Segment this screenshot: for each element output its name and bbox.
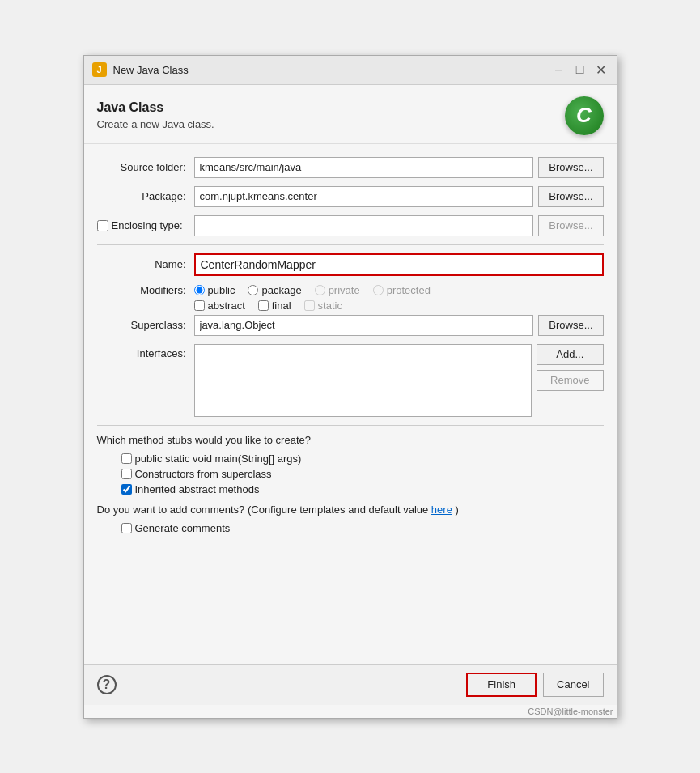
close-button[interactable]: ✕ xyxy=(594,62,609,77)
abstract-label[interactable]: abstract xyxy=(194,299,245,312)
divider-2 xyxy=(97,425,604,426)
header-text: Java Class Create a new Java class. xyxy=(97,100,214,130)
generate-comments-label[interactable]: Generate comments xyxy=(121,522,604,534)
generate-comments-text: Generate comments xyxy=(135,522,231,534)
main-method-label[interactable]: public static void main(String[] args) xyxy=(121,452,604,465)
enclosing-type-checkbox[interactable] xyxy=(97,220,108,231)
eclipse-logo: C xyxy=(565,96,604,135)
inherited-methods-text: Inherited abstract methods xyxy=(135,483,260,495)
interfaces-label: Interfaces: xyxy=(97,344,194,359)
source-folder-input[interactable] xyxy=(194,157,534,178)
dialog-footer: ? Finish Cancel xyxy=(84,664,617,705)
radio-package[interactable] xyxy=(248,285,258,295)
comments-here-link[interactable]: here xyxy=(431,503,452,516)
radio-public[interactable] xyxy=(194,285,205,295)
modifiers-container: public package private protected xyxy=(194,284,431,312)
static-checkbox[interactable] xyxy=(304,300,315,311)
superclass-row: Superclass: Browse... xyxy=(97,315,604,336)
enclosing-type-checkbox-label[interactable]: Enclosing type: xyxy=(97,219,186,231)
modifier-checkbox-group: abstract final static xyxy=(194,299,431,312)
generate-comments-checkbox[interactable] xyxy=(121,523,132,533)
inherited-methods-label[interactable]: Inherited abstract methods xyxy=(121,483,604,495)
name-input-wrapper xyxy=(194,253,604,276)
superclass-input[interactable] xyxy=(194,315,534,336)
visibility-radio-group: public package private protected xyxy=(194,284,431,296)
name-row: Name: xyxy=(97,253,604,276)
header-title: Java Class xyxy=(97,100,214,115)
package-browse-button[interactable]: Browse... xyxy=(538,186,603,207)
interfaces-textarea[interactable] xyxy=(194,344,532,417)
static-label[interactable]: static xyxy=(304,299,342,312)
radio-package-label[interactable]: package xyxy=(248,284,301,296)
superclass-browse-button[interactable]: Browse... xyxy=(538,315,603,336)
enclosing-type-label: Enclosing type: xyxy=(97,219,194,231)
constructors-text: Constructors from superclass xyxy=(135,468,272,480)
package-input[interactable] xyxy=(194,186,534,207)
radio-protected[interactable] xyxy=(373,285,384,295)
abstract-checkbox[interactable] xyxy=(194,300,205,311)
dialog-icon: J xyxy=(92,62,107,77)
source-folder-label: Source folder: xyxy=(97,161,194,173)
source-folder-row: Source folder: Browse... xyxy=(97,157,604,178)
method-stubs-checks: public static void main(String[] args) C… xyxy=(121,452,604,495)
cancel-button[interactable]: Cancel xyxy=(543,673,603,697)
dialog-body: Source folder: Browse... Package: Browse… xyxy=(84,144,617,664)
enclosing-type-row: Enclosing type: Browse... xyxy=(97,215,604,236)
constructors-checkbox[interactable] xyxy=(121,469,132,479)
finish-button[interactable]: Finish xyxy=(466,673,537,697)
title-bar-left: J New Java Class xyxy=(92,62,189,77)
package-label: Package: xyxy=(97,190,194,202)
radio-private-label[interactable]: private xyxy=(315,284,360,296)
constructors-label[interactable]: Constructors from superclass xyxy=(121,468,604,480)
help-button[interactable]: ? xyxy=(97,675,117,694)
maximize-button[interactable]: □ xyxy=(573,62,588,77)
comments-section: Do you want to add comments? (Configure … xyxy=(97,503,604,534)
title-bar: J New Java Class – □ ✕ xyxy=(84,56,617,85)
source-folder-browse-button[interactable]: Browse... xyxy=(538,157,603,178)
dialog-title: New Java Class xyxy=(113,64,189,76)
method-stubs-question: Which method stubs would you like to cre… xyxy=(97,434,604,446)
interfaces-buttons: Add... Remove xyxy=(537,344,603,391)
comments-checkbox-row: Generate comments xyxy=(121,522,604,534)
dialog-header: Java Class Create a new Java class. C xyxy=(84,85,617,144)
main-method-text: public static void main(String[] args) xyxy=(135,452,302,465)
add-interface-button[interactable]: Add... xyxy=(537,344,603,365)
enclosing-type-browse-button[interactable]: Browse... xyxy=(538,215,603,236)
package-row: Package: Browse... xyxy=(97,186,604,207)
inherited-methods-checkbox[interactable] xyxy=(121,484,132,495)
modifiers-label: Modifiers: xyxy=(97,284,194,296)
name-input[interactable] xyxy=(194,253,604,276)
name-label: Name: xyxy=(97,258,194,270)
main-method-checkbox[interactable] xyxy=(121,453,132,464)
comments-question: Do you want to add comments? (Configure … xyxy=(97,503,604,516)
divider-1 xyxy=(97,244,604,245)
minimize-button[interactable]: – xyxy=(552,62,566,77)
method-stubs-section: Which method stubs would you like to cre… xyxy=(97,434,604,495)
enclosing-type-input[interactable] xyxy=(194,215,534,236)
final-label[interactable]: final xyxy=(258,299,291,312)
title-controls: – □ ✕ xyxy=(552,62,609,77)
interfaces-row: Interfaces: Add... Remove xyxy=(97,344,604,417)
radio-public-label[interactable]: public xyxy=(194,284,235,296)
modifiers-row: Modifiers: public package private xyxy=(97,284,604,312)
comments-prefix: Do you want to add comments? (Configure … xyxy=(97,503,431,516)
superclass-label: Superclass: xyxy=(97,319,194,331)
watermark: CSDN@little-monster xyxy=(84,705,617,718)
radio-protected-label[interactable]: protected xyxy=(373,284,431,296)
remove-interface-button[interactable]: Remove xyxy=(537,370,603,391)
final-checkbox[interactable] xyxy=(258,300,269,311)
comments-suffix: ) xyxy=(456,503,459,516)
radio-private[interactable] xyxy=(315,285,325,295)
new-java-class-dialog: J New Java Class – □ ✕ Java Class Create… xyxy=(83,55,617,719)
header-subtitle: Create a new Java class. xyxy=(97,118,214,130)
